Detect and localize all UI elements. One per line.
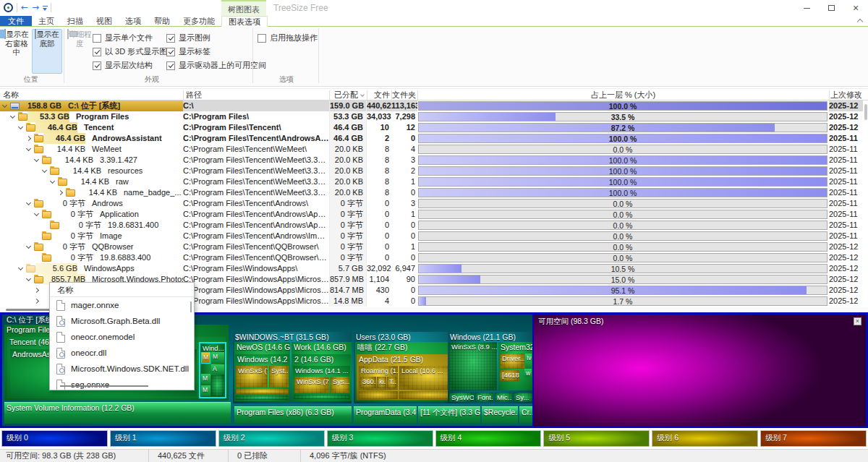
table-row[interactable]: 14.4 KBname_badge_...C:\Program Files\Te… (0, 187, 868, 198)
tab-scan[interactable]: 扫描 (61, 16, 90, 26)
expanded-chevron-icon[interactable] (34, 157, 39, 162)
table-row[interactable]: 14.4 KBWeMeetC:\Program Files\Tencent\We… (0, 144, 868, 155)
forward-icon[interactable]: → (32, 2, 39, 12)
treemap-block-newos-syst[interactable]: Syst... (269, 366, 289, 388)
treemap-block-wa-m1[interactable]: M (201, 352, 210, 364)
tab-options[interactable]: 选项 (119, 16, 148, 26)
popup-file-item[interactable]: Microsoft.Graph.Beta.dll (50, 313, 194, 329)
expanded-chevron-icon[interactable] (10, 114, 15, 119)
checkbox-show-single-files[interactable]: 显示单个文件 (93, 33, 153, 43)
tab-file[interactable]: 文件 (0, 16, 32, 26)
treemap-block-win-syswo[interactable]: SysWO... (449, 393, 474, 402)
treemap-block-wa-m2[interactable]: M (211, 352, 224, 364)
tab-view[interactable]: 视图 (90, 16, 119, 26)
table-row[interactable]: 5.6 GBWindowsAppsC:\Program Files\Window… (0, 263, 868, 274)
treemap-free-space-block[interactable]: 可用空间 (98.3 GB) × (532, 315, 866, 426)
expanded-chevron-icon[interactable] (18, 124, 23, 129)
treemap-block-roaming-360[interactable]: 360... (360, 377, 376, 388)
table-row[interactable]: 158.8 GBC:\ 位于 [系统]C:\159.0 GB440,625113… (0, 100, 868, 111)
expanded-chevron-icon[interactable] (50, 179, 55, 184)
table-row[interactable]: 0 字节ApplicationC:\Program Files\Tencent\… (0, 209, 868, 220)
popup-file-item[interactable]: oneocr.dll (50, 345, 194, 361)
checkbox-show-hierarchy[interactable]: 显示层次结构 (93, 60, 153, 71)
tab-more-features[interactable]: 更多功能 (176, 16, 221, 26)
treemap-block-work-strip[interactable] (294, 395, 349, 399)
treemap-block-cr[interactable]: Cr... (519, 406, 532, 424)
table-row[interactable]: 14.4 KBrawC:\Program Files\Tencent\WeMee… (0, 176, 868, 187)
checkbox-3d-chart[interactable]: 以 3D 形式显示图表 (93, 46, 175, 57)
collapsed-chevron-icon[interactable] (58, 190, 63, 195)
treemap-block-system-volume-information[interactable]: System Volume Information (12.2 GB) (4, 402, 231, 424)
minimize-button[interactable] (794, 0, 819, 16)
expanded-chevron-icon[interactable] (26, 200, 31, 205)
treemap-block-program-files-x86[interactable]: Program Files (x86) (6.3 GB) (234, 406, 352, 424)
treemap-block-programdata[interactable]: ProgramData (3.4 ... (354, 406, 417, 424)
checkbox-enable-drag-drop[interactable]: 启用拖放操作 (258, 33, 318, 43)
table-row[interactable]: 0 字节19.8.6831.400C:\Program Files\Tencen… (0, 220, 868, 231)
detail-level-button[interactable]: 详细程度 (67, 29, 93, 74)
checkbox-show-free-space[interactable]: 显示驱动器上的可用空间 (166, 60, 266, 71)
treemap-block-recycle-bin[interactable]: $Recycle.B... (482, 406, 518, 424)
column-header-name[interactable]: 名称 (3, 89, 19, 100)
treemap-block-newos-strip2[interactable] (236, 395, 289, 400)
treemap-block-win-sy[interactable]: Sy... (514, 393, 532, 402)
treemap-block-win-winsxs[interactable]: WinSxS (8.9 ... (449, 342, 497, 390)
collapsed-chevron-icon[interactable] (34, 288, 39, 293)
column-header-percent[interactable]: 占上一层 % (大小) (417, 89, 829, 100)
treemap-block-work-sys[interactable]: Sys... (331, 377, 349, 393)
column-header-path[interactable]: 路径 (186, 89, 202, 100)
table-row[interactable]: 14.4 KBresourcesC:\Program Files\Tencent… (0, 166, 868, 176)
expanded-chevron-icon[interactable] (26, 244, 31, 249)
treemap-block-files-11[interactable]: [11 个文件] (3.3 GB) (418, 406, 480, 424)
table-row[interactable]: 0 字节19.8.6883.400C:\Program Files\Tencen… (0, 252, 868, 263)
checkbox-show-legend[interactable]: 显示图例 (166, 33, 210, 43)
expanded-chevron-icon[interactable] (34, 211, 39, 216)
treemap-block-roaming-strip[interactable] (359, 391, 398, 399)
treemap-block-win-w[interactable]: w (524, 369, 532, 377)
close-button[interactable]: × (843, 0, 868, 16)
popup-horizontal-scrollbar-thumb[interactable] (60, 385, 148, 387)
collapsed-chevron-icon[interactable] (34, 299, 39, 304)
customize-qat-icon[interactable] (43, 8, 47, 11)
popup-vertical-scrollbar-thumb[interactable] (190, 301, 192, 312)
treemap-block-roaming-t[interactable]: T... (387, 377, 396, 388)
treemap-block-win-ivc[interactable]: Ivc (525, 354, 532, 369)
treemap-block-wa-m4[interactable]: M (201, 385, 210, 396)
treemap-block-win-mic[interactable]: Mic... (495, 393, 512, 402)
collapsed-chevron-icon[interactable] (26, 136, 31, 141)
table-row[interactable]: 46.4 GBAndrowsAssistantC:\Program Files\… (0, 133, 868, 144)
column-header-files[interactable]: 文件 (367, 89, 390, 100)
table-row[interactable]: 46.4 GBTencentC:\Program Files\Tencent\4… (0, 122, 868, 133)
tab-home[interactable]: 主页 (32, 16, 61, 26)
table-row[interactable]: 0 字节ImageC:\Program Files\Tencent\Androw… (0, 231, 868, 241)
show-at-bottom-button[interactable]: 显示在底部 (32, 29, 62, 74)
treemap-block-work-winsxs[interactable]: WinSxS (7... (294, 377, 329, 393)
tab-help[interactable]: 帮助 (148, 16, 176, 26)
column-header-folders[interactable]: 文件夹 (391, 89, 416, 100)
expanded-chevron-icon[interactable] (26, 276, 31, 281)
treemap-block-wa-m3[interactable]: M (201, 374, 210, 385)
treemap-block-roaming-ki[interactable]: ki... (377, 377, 386, 388)
treemap-block-win-font[interactable]: Font... (475, 393, 493, 402)
close-icon[interactable]: × (854, 317, 861, 325)
tab-chart-options[interactable]: 图表选项 (221, 16, 268, 27)
treemap-block-wa-tiles[interactable] (211, 375, 224, 396)
table-row[interactable]: 0 字节QQBrowserC:\Program Files\Tencent\QQ… (0, 241, 868, 252)
expanded-chevron-icon[interactable] (26, 146, 31, 151)
expanded-chevron-icon[interactable] (42, 168, 47, 173)
back-icon[interactable]: ← (21, 2, 28, 12)
treemap-block-newos-strip1[interactable] (236, 389, 289, 394)
column-header-modified[interactable]: 上次修改 (827, 89, 862, 100)
popup-file-item[interactable]: mager.onnxe (50, 297, 194, 313)
table-row[interactable]: 0 字节AndrowsC:\Program Files\Tencent\Andr… (0, 198, 868, 209)
show-in-right-pane-button[interactable]: 显示在右窗格中 (1, 29, 32, 74)
popup-file-item[interactable]: oneocr.onemodel (50, 329, 194, 345)
popup-file-item[interactable]: Microsoft.Windows.SDK.NET.dll (50, 361, 194, 377)
treemap-block-wa-a[interactable]: A (211, 364, 224, 375)
vertical-scrollbar-thumb[interactable] (864, 104, 867, 120)
maximize-button[interactable] (819, 0, 843, 16)
table-row[interactable]: 14.4 KB3.39.1.427C:\Program Files\Tencen… (0, 155, 868, 166)
treemap-block-win-4618[interactable]: [4618... (500, 370, 519, 381)
table-row[interactable]: 53.3 GBProgram FilesC:\Program Files\53.… (0, 111, 868, 122)
checkbox-show-labels[interactable]: 显示标签 (166, 46, 210, 57)
